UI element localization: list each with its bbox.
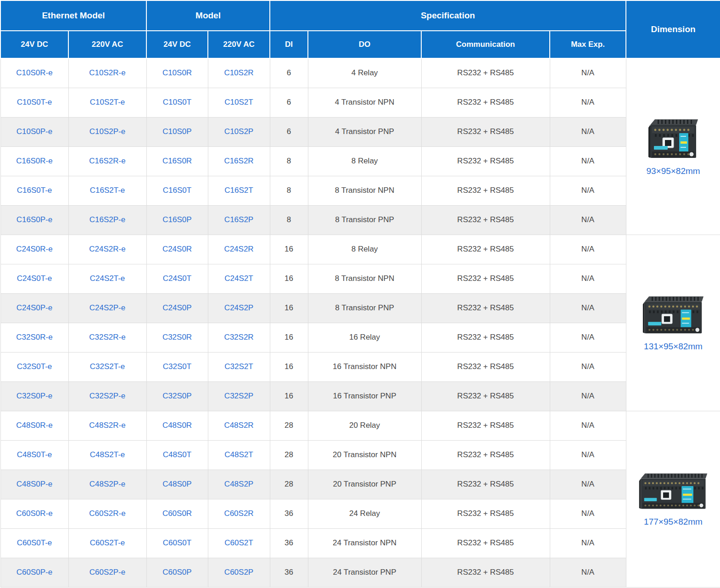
spec-value-cell: N/A [550,352,626,381]
model-name-link[interactable]: C10S2R-e [68,58,146,88]
model-name-link[interactable]: C16S0P-e [0,205,68,235]
model-name-link[interactable]: C32S0R [146,323,208,352]
column-group-model: Model [146,0,270,31]
model-name-link[interactable]: C10S0P [146,117,208,146]
model-name-link[interactable]: C48S0T-e [0,440,68,470]
model-name-link[interactable]: C10S0P-e [0,117,68,146]
spec-value-cell: N/A [550,440,626,470]
spec-value-cell: 8 [270,176,308,205]
model-name-link[interactable]: C10S2R [208,58,270,88]
column-header-communication: Communication [421,31,550,58]
model-name-link[interactable]: C24S0T-e [0,264,68,293]
spec-value-cell: N/A [550,176,626,205]
model-name-link[interactable]: C24S0R [146,235,208,264]
model-name-link[interactable]: C16S2T-e [68,176,146,205]
model-name-link[interactable]: C24S0P-e [0,293,68,323]
model-name-link[interactable]: C48S2R-e [68,411,146,440]
table-row: C48S0P-eC48S2P-eC48S0PC48S2P2820 Transis… [0,470,720,499]
model-name-link[interactable]: C48S2P-e [68,470,146,499]
model-name-link[interactable]: C48S0R [146,411,208,440]
spec-value-cell: RS232 + RS485 [421,352,550,381]
model-name-link[interactable]: C10S2P [208,117,270,146]
model-name-link[interactable]: C60S2P-e [68,558,146,587]
column-header-dimension: Dimension [626,0,720,58]
model-name-link[interactable]: C24S0P [146,293,208,323]
model-name-link[interactable]: C16S2R [208,146,270,176]
column-header-ethernet-24vdc: 24V DC [0,31,68,58]
model-name-link[interactable]: C24S2T-e [68,264,146,293]
model-name-link[interactable]: C48S0R-e [0,411,68,440]
model-name-link[interactable]: C24S0R-e [0,235,68,264]
model-name-link[interactable]: C16S2R-e [68,146,146,176]
model-name-link[interactable]: C32S2P [208,381,270,411]
model-name-link[interactable]: C60S2P [208,558,270,587]
model-name-link[interactable]: C24S0T [146,264,208,293]
table-row: C16S0R-eC16S2R-eC16S0RC16S2R88 RelayRS23… [0,146,720,176]
model-name-link[interactable]: C60S2R [208,499,270,528]
model-name-link[interactable]: C60S0P [146,558,208,587]
model-name-link[interactable]: C10S0T [146,88,208,117]
table-row: C48S0T-eC48S2T-eC48S0TC48S2T2820 Transis… [0,440,720,470]
model-name-link[interactable]: C32S0P-e [0,381,68,411]
spec-value-cell: RS232 + RS485 [421,58,550,88]
model-name-link[interactable]: C32S0T [146,352,208,381]
spec-value-cell: RS232 + RS485 [421,411,550,440]
model-name-link[interactable]: C32S2T [208,352,270,381]
model-name-link[interactable]: C24S2R [208,235,270,264]
spec-value-cell: N/A [550,146,626,176]
spec-value-cell: 20 Relay [308,411,421,440]
spec-value-cell: RS232 + RS485 [421,205,550,235]
table-row: C16S0P-eC16S2P-eC16S0PC16S2P88 Transisto… [0,205,720,235]
model-name-link[interactable]: C48S0P [146,470,208,499]
model-name-link[interactable]: C60S2T [208,528,270,558]
spec-value-cell: 36 [270,499,308,528]
table-row: C32S0P-eC32S2P-eC32S0PC32S2P1616 Transis… [0,381,720,411]
model-name-link[interactable]: C48S2P [208,470,270,499]
model-name-link[interactable]: C16S0T [146,176,208,205]
model-name-link[interactable]: C48S2T-e [68,440,146,470]
spec-value-cell: RS232 + RS485 [421,264,550,293]
spec-value-cell: 16 Transistor NPN [308,352,421,381]
column-header-max-exp: Max Exp. [550,31,626,58]
table-row: C16S0T-eC16S2T-eC16S0TC16S2T88 Transisto… [0,176,720,205]
model-name-link[interactable]: C48S0T [146,440,208,470]
model-name-link[interactable]: C32S2R [208,323,270,352]
model-name-link[interactable]: C60S0T-e [0,528,68,558]
model-name-link[interactable]: C60S2R-e [68,499,146,528]
model-name-link[interactable]: C32S2R-e [68,323,146,352]
model-name-link[interactable]: C10S2T [208,88,270,117]
model-name-link[interactable]: C48S0P-e [0,470,68,499]
model-name-link[interactable]: C16S2P [208,205,270,235]
spec-value-cell: RS232 + RS485 [421,470,550,499]
model-name-link[interactable]: C16S2P-e [68,205,146,235]
model-name-link[interactable]: C60S0T [146,528,208,558]
model-name-link[interactable]: C16S0R-e [0,146,68,176]
model-name-link[interactable]: C32S0R-e [0,323,68,352]
model-name-link[interactable]: C16S0T-e [0,176,68,205]
model-name-link[interactable]: C10S0T-e [0,88,68,117]
plc-unit-177mm-image [635,471,711,511]
model-name-link[interactable]: C60S0P-e [0,558,68,587]
model-name-link[interactable]: C48S2R [208,411,270,440]
model-name-link[interactable]: C10S2P-e [68,117,146,146]
model-name-link[interactable]: C10S0R-e [0,58,68,88]
model-name-link[interactable]: C16S2T [208,176,270,205]
model-name-link[interactable]: C24S2P-e [68,293,146,323]
model-name-link[interactable]: C24S2P [208,293,270,323]
model-name-link[interactable]: C32S0P [146,381,208,411]
model-name-link[interactable]: C60S0R-e [0,499,68,528]
model-name-link[interactable]: C32S2P-e [68,381,146,411]
model-name-link[interactable]: C32S0T-e [0,352,68,381]
model-name-link[interactable]: C60S2T-e [68,528,146,558]
model-name-link[interactable]: C16S0R [146,146,208,176]
model-name-link[interactable]: C16S0P [146,205,208,235]
model-name-link[interactable]: C10S2T-e [68,88,146,117]
model-name-link[interactable]: C10S0R [146,58,208,88]
model-name-link[interactable]: C48S2T [208,440,270,470]
model-name-link[interactable]: C60S0R [146,499,208,528]
model-name-link[interactable]: C32S2T-e [68,352,146,381]
model-name-link[interactable]: C24S2T [208,264,270,293]
spec-value-cell: N/A [550,499,626,528]
spec-value-cell: 24 Transistor PNP [308,558,421,587]
model-name-link[interactable]: C24S2R-e [68,235,146,264]
